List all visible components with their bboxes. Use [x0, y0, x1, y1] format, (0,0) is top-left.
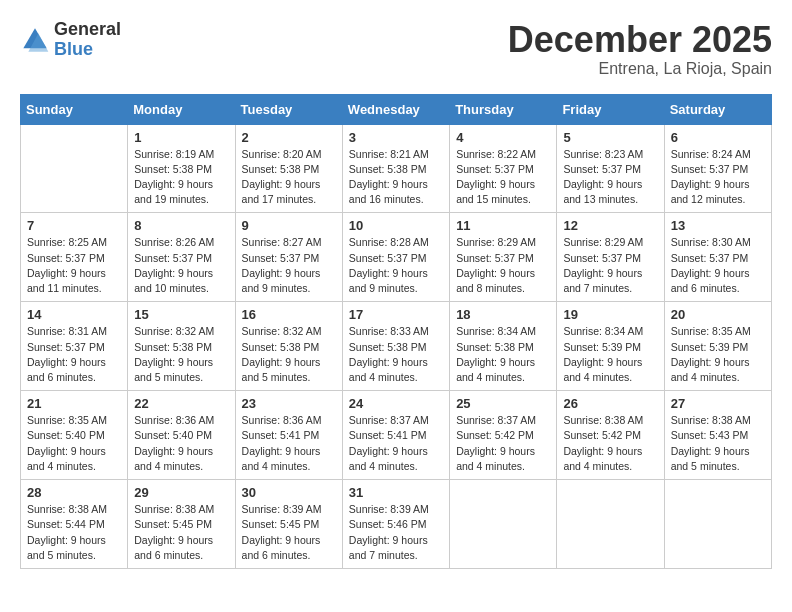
day-info: Sunrise: 8:29 AM Sunset: 5:37 PM Dayligh…	[456, 235, 550, 296]
day-number: 21	[27, 396, 121, 411]
day-number: 28	[27, 485, 121, 500]
day-number: 16	[242, 307, 336, 322]
day-info: Sunrise: 8:38 AM Sunset: 5:45 PM Dayligh…	[134, 502, 228, 563]
day-info: Sunrise: 8:32 AM Sunset: 5:38 PM Dayligh…	[134, 324, 228, 385]
calendar-day-cell: 5Sunrise: 8:23 AM Sunset: 5:37 PM Daylig…	[557, 124, 664, 213]
day-info: Sunrise: 8:24 AM Sunset: 5:37 PM Dayligh…	[671, 147, 765, 208]
day-info: Sunrise: 8:25 AM Sunset: 5:37 PM Dayligh…	[27, 235, 121, 296]
calendar-day-cell: 13Sunrise: 8:30 AM Sunset: 5:37 PM Dayli…	[664, 213, 771, 302]
day-info: Sunrise: 8:35 AM Sunset: 5:40 PM Dayligh…	[27, 413, 121, 474]
day-info: Sunrise: 8:38 AM Sunset: 5:43 PM Dayligh…	[671, 413, 765, 474]
day-info: Sunrise: 8:34 AM Sunset: 5:38 PM Dayligh…	[456, 324, 550, 385]
calendar-day-cell: 2Sunrise: 8:20 AM Sunset: 5:38 PM Daylig…	[235, 124, 342, 213]
day-number: 7	[27, 218, 121, 233]
day-number: 14	[27, 307, 121, 322]
calendar-day-cell: 22Sunrise: 8:36 AM Sunset: 5:40 PM Dayli…	[128, 391, 235, 480]
calendar-day-cell: 3Sunrise: 8:21 AM Sunset: 5:38 PM Daylig…	[342, 124, 449, 213]
day-info: Sunrise: 8:33 AM Sunset: 5:38 PM Dayligh…	[349, 324, 443, 385]
day-info: Sunrise: 8:26 AM Sunset: 5:37 PM Dayligh…	[134, 235, 228, 296]
calendar-day-cell: 24Sunrise: 8:37 AM Sunset: 5:41 PM Dayli…	[342, 391, 449, 480]
day-number: 13	[671, 218, 765, 233]
day-info: Sunrise: 8:28 AM Sunset: 5:37 PM Dayligh…	[349, 235, 443, 296]
day-info: Sunrise: 8:27 AM Sunset: 5:37 PM Dayligh…	[242, 235, 336, 296]
day-info: Sunrise: 8:38 AM Sunset: 5:44 PM Dayligh…	[27, 502, 121, 563]
calendar-week-row: 1Sunrise: 8:19 AM Sunset: 5:38 PM Daylig…	[21, 124, 772, 213]
calendar-day-cell: 15Sunrise: 8:32 AM Sunset: 5:38 PM Dayli…	[128, 302, 235, 391]
day-info: Sunrise: 8:29 AM Sunset: 5:37 PM Dayligh…	[563, 235, 657, 296]
day-of-week-header: Saturday	[664, 94, 771, 124]
day-number: 6	[671, 130, 765, 145]
calendar-day-cell: 14Sunrise: 8:31 AM Sunset: 5:37 PM Dayli…	[21, 302, 128, 391]
calendar-day-cell: 28Sunrise: 8:38 AM Sunset: 5:44 PM Dayli…	[21, 480, 128, 569]
calendar-day-cell: 16Sunrise: 8:32 AM Sunset: 5:38 PM Dayli…	[235, 302, 342, 391]
calendar-day-cell: 10Sunrise: 8:28 AM Sunset: 5:37 PM Dayli…	[342, 213, 449, 302]
calendar-day-cell: 4Sunrise: 8:22 AM Sunset: 5:37 PM Daylig…	[450, 124, 557, 213]
day-number: 23	[242, 396, 336, 411]
calendar-header-row: SundayMondayTuesdayWednesdayThursdayFrid…	[21, 94, 772, 124]
calendar-day-cell: 12Sunrise: 8:29 AM Sunset: 5:37 PM Dayli…	[557, 213, 664, 302]
calendar-day-cell: 27Sunrise: 8:38 AM Sunset: 5:43 PM Dayli…	[664, 391, 771, 480]
logo-blue: Blue	[54, 40, 121, 60]
day-number: 12	[563, 218, 657, 233]
day-of-week-header: Friday	[557, 94, 664, 124]
day-number: 2	[242, 130, 336, 145]
calendar-day-cell	[664, 480, 771, 569]
calendar-day-cell: 17Sunrise: 8:33 AM Sunset: 5:38 PM Dayli…	[342, 302, 449, 391]
calendar-day-cell: 6Sunrise: 8:24 AM Sunset: 5:37 PM Daylig…	[664, 124, 771, 213]
day-number: 10	[349, 218, 443, 233]
day-number: 8	[134, 218, 228, 233]
calendar-week-row: 7Sunrise: 8:25 AM Sunset: 5:37 PM Daylig…	[21, 213, 772, 302]
day-info: Sunrise: 8:19 AM Sunset: 5:38 PM Dayligh…	[134, 147, 228, 208]
day-of-week-header: Wednesday	[342, 94, 449, 124]
day-number: 5	[563, 130, 657, 145]
calendar-day-cell	[557, 480, 664, 569]
day-info: Sunrise: 8:21 AM Sunset: 5:38 PM Dayligh…	[349, 147, 443, 208]
day-info: Sunrise: 8:32 AM Sunset: 5:38 PM Dayligh…	[242, 324, 336, 385]
day-number: 9	[242, 218, 336, 233]
calendar-week-row: 28Sunrise: 8:38 AM Sunset: 5:44 PM Dayli…	[21, 480, 772, 569]
day-number: 19	[563, 307, 657, 322]
day-of-week-header: Thursday	[450, 94, 557, 124]
logo-text: General Blue	[54, 20, 121, 60]
day-info: Sunrise: 8:31 AM Sunset: 5:37 PM Dayligh…	[27, 324, 121, 385]
day-number: 29	[134, 485, 228, 500]
day-of-week-header: Tuesday	[235, 94, 342, 124]
day-number: 31	[349, 485, 443, 500]
calendar-day-cell: 19Sunrise: 8:34 AM Sunset: 5:39 PM Dayli…	[557, 302, 664, 391]
logo: General Blue	[20, 20, 121, 60]
day-info: Sunrise: 8:37 AM Sunset: 5:41 PM Dayligh…	[349, 413, 443, 474]
day-info: Sunrise: 8:39 AM Sunset: 5:46 PM Dayligh…	[349, 502, 443, 563]
calendar-day-cell: 25Sunrise: 8:37 AM Sunset: 5:42 PM Dayli…	[450, 391, 557, 480]
calendar-day-cell: 21Sunrise: 8:35 AM Sunset: 5:40 PM Dayli…	[21, 391, 128, 480]
calendar-day-cell: 20Sunrise: 8:35 AM Sunset: 5:39 PM Dayli…	[664, 302, 771, 391]
day-info: Sunrise: 8:35 AM Sunset: 5:39 PM Dayligh…	[671, 324, 765, 385]
day-of-week-header: Monday	[128, 94, 235, 124]
day-number: 20	[671, 307, 765, 322]
day-number: 30	[242, 485, 336, 500]
page-header: General Blue December 2025 Entrena, La R…	[20, 20, 772, 78]
day-number: 25	[456, 396, 550, 411]
location: Entrena, La Rioja, Spain	[508, 60, 772, 78]
day-info: Sunrise: 8:22 AM Sunset: 5:37 PM Dayligh…	[456, 147, 550, 208]
day-info: Sunrise: 8:36 AM Sunset: 5:41 PM Dayligh…	[242, 413, 336, 474]
calendar-week-row: 14Sunrise: 8:31 AM Sunset: 5:37 PM Dayli…	[21, 302, 772, 391]
day-info: Sunrise: 8:37 AM Sunset: 5:42 PM Dayligh…	[456, 413, 550, 474]
day-info: Sunrise: 8:20 AM Sunset: 5:38 PM Dayligh…	[242, 147, 336, 208]
day-number: 24	[349, 396, 443, 411]
month-title: December 2025	[508, 20, 772, 60]
calendar-day-cell: 30Sunrise: 8:39 AM Sunset: 5:45 PM Dayli…	[235, 480, 342, 569]
day-info: Sunrise: 8:30 AM Sunset: 5:37 PM Dayligh…	[671, 235, 765, 296]
day-info: Sunrise: 8:36 AM Sunset: 5:40 PM Dayligh…	[134, 413, 228, 474]
day-number: 26	[563, 396, 657, 411]
day-number: 3	[349, 130, 443, 145]
day-number: 22	[134, 396, 228, 411]
calendar-day-cell: 9Sunrise: 8:27 AM Sunset: 5:37 PM Daylig…	[235, 213, 342, 302]
day-info: Sunrise: 8:23 AM Sunset: 5:37 PM Dayligh…	[563, 147, 657, 208]
day-number: 1	[134, 130, 228, 145]
calendar-day-cell: 31Sunrise: 8:39 AM Sunset: 5:46 PM Dayli…	[342, 480, 449, 569]
calendar-day-cell: 29Sunrise: 8:38 AM Sunset: 5:45 PM Dayli…	[128, 480, 235, 569]
day-info: Sunrise: 8:38 AM Sunset: 5:42 PM Dayligh…	[563, 413, 657, 474]
calendar-day-cell: 26Sunrise: 8:38 AM Sunset: 5:42 PM Dayli…	[557, 391, 664, 480]
day-info: Sunrise: 8:34 AM Sunset: 5:39 PM Dayligh…	[563, 324, 657, 385]
day-number: 4	[456, 130, 550, 145]
